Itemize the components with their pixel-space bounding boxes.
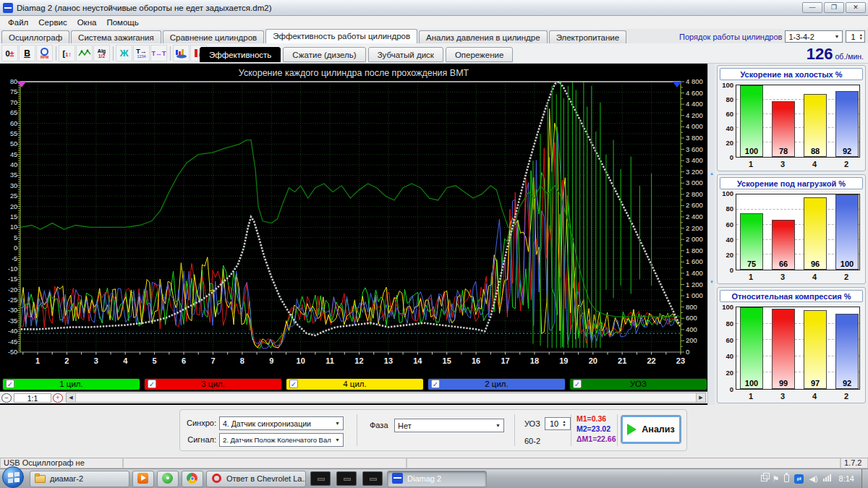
legend-2 цил.[interactable]: ✓2 цил. (427, 378, 566, 390)
legend-1 цил.[interactable]: ✓1 цил. (2, 378, 140, 390)
taskbar-thumbnail[interactable] (336, 471, 357, 486)
taskbar-icon-green-share[interactable] (157, 471, 179, 487)
teeth-label: 60-2 (524, 437, 540, 445)
legend-label: 4 цил. (298, 380, 423, 388)
checkbox-icon[interactable]: ✓ (431, 380, 440, 388)
checkbox-icon[interactable]: ✓ (6, 380, 14, 388)
svg-text:-20: -20 (8, 286, 17, 294)
subtab-Эффективность[interactable]: Эффективность (200, 47, 281, 62)
taskbar-task-диамаг-2[interactable]: диамаг-2 (30, 471, 129, 487)
legend-УОЗ[interactable]: ✓УОЗ (569, 378, 707, 390)
subtab-Опережение[interactable]: Опережение (446, 47, 514, 62)
y-axis-label: 40 (720, 124, 733, 132)
firing-order-combo[interactable]: 1-3-4-2▼ (785, 30, 843, 43)
flag-icon[interactable]: ⚑ (773, 474, 780, 484)
checkbox-icon[interactable]: ✓ (289, 380, 298, 388)
sync-spider-icon[interactable]: Ж (116, 45, 132, 61)
start-button[interactable] (2, 466, 24, 488)
media-player-icon (137, 473, 149, 484)
tab-Анализ давления в цилиндре[interactable]: Анализ давления в цилиндре (419, 30, 548, 43)
measurement-0: M1=0.36 (576, 414, 606, 423)
svg-text:22: 22 (647, 356, 655, 365)
zero-offset-icon[interactable]: 0± (1, 45, 18, 61)
timeline-1234-icon[interactable]: T→1234 (133, 45, 150, 61)
cylinder-bars-icon[interactable] (173, 45, 190, 61)
toolbar: 0±BRPM[1↕Alg1/2ЖT→1234T↔T10 Эффективност… (0, 43, 868, 64)
subtab-Зубчатый диск[interactable]: Зубчатый диск (368, 47, 443, 62)
svg-text:19: 19 (559, 356, 568, 365)
scroll-down-icon[interactable]: ▼ (710, 281, 713, 284)
battery-icon[interactable] (784, 474, 789, 484)
panel-title-button[interactable]: Ускорение на холостых % (720, 68, 863, 80)
divider (571, 414, 571, 446)
sync-combo[interactable]: 4. Датчик синхронизации▼ (219, 416, 344, 430)
tab-Эффективность работы цилиндров[interactable]: Эффективность работы цилиндров (265, 29, 417, 43)
checkbox-icon[interactable]: ✓ (573, 380, 582, 388)
uoz-spinner[interactable]: 10▲▼ (545, 417, 571, 430)
maximize-button[interactable]: ❐ (824, 2, 844, 13)
menu-item-Окна[interactable]: Окна (72, 17, 102, 27)
signal-controls-panel: Синхро: 4. Датчик синхронизации▼ Сигнал:… (179, 409, 687, 451)
menu-item-Помощь[interactable]: Помощь (101, 17, 143, 27)
svg-text:4 400: 4 400 (686, 100, 703, 108)
bar-cyl-1: 100 (740, 307, 763, 389)
waveform-icon[interactable] (76, 45, 93, 61)
taskbar-thumbnail[interactable] (362, 471, 383, 486)
zoom-in-button[interactable]: + (53, 393, 63, 403)
minimize-button[interactable]: — (802, 2, 822, 13)
panel-title-button[interactable]: Относительная компрессия % (720, 290, 863, 302)
svg-text:-15: -15 (8, 275, 17, 283)
taskbar-icon-chrome[interactable] (182, 471, 203, 487)
cylinder-spinner[interactable]: 1▲▼ (846, 30, 865, 43)
svg-text:2 200: 2 200 (686, 224, 703, 232)
volume-icon[interactable]: ◀) (809, 474, 817, 484)
svg-text:5: 5 (153, 356, 157, 365)
taskbar-thumbnail[interactable] (310, 471, 331, 486)
panel-splitter-scrollbar[interactable]: ▲ ▼ (707, 64, 715, 405)
menu-item-Файл[interactable]: Файл (3, 17, 33, 27)
measurement-1: M2=23.02 (576, 424, 610, 433)
bar-value: 96 (804, 260, 826, 268)
bar-cyl-4: 88 (804, 94, 827, 157)
phase-combo[interactable]: Нет▼ (394, 419, 504, 432)
algorithm-half-icon[interactable]: Alg1/2 (93, 45, 110, 61)
svg-text:3 200: 3 200 (686, 168, 703, 176)
taskbar-task-Ответ в Chevrolet La...[interactable]: Ответ в Chevrolet La... (206, 471, 306, 487)
bold-text-icon[interactable]: B (19, 45, 35, 61)
time-markers-icon[interactable]: T↔T (150, 45, 167, 61)
show-desktop-button[interactable] (861, 469, 868, 488)
close-button[interactable]: ✕ (846, 2, 866, 13)
legend-4 цил.[interactable]: ✓4 цил. (286, 378, 424, 390)
y-axis-label: 60 (720, 221, 733, 228)
tab-Сравнение цилиндров[interactable]: Сравнение цилиндров (163, 30, 264, 43)
measure-range-icon[interactable]: [1↕ (59, 45, 75, 61)
taskbar-icon-media-player[interactable] (132, 471, 154, 487)
network-icon[interactable] (823, 474, 831, 483)
subtab-Сжатие (дизель)[interactable]: Сжатие (дизель) (283, 47, 365, 62)
uoz-label: УОЗ (524, 419, 540, 428)
zoom-level: 1:1 (14, 393, 51, 403)
chart-h-scrollbar[interactable]: ◀ ▶ (66, 393, 706, 403)
signal-combo[interactable]: 2. Датчик Полож Коленчатого Вал▼ (219, 433, 344, 447)
rpm-zoom-icon[interactable]: RPM (36, 45, 53, 61)
scroll-left-icon[interactable]: ◀ (67, 393, 76, 402)
bar-value: 88 (804, 147, 826, 155)
teamviewer-icon[interactable]: ⇄ (794, 474, 804, 484)
tab-Система зажигания[interactable]: Система зажигания (71, 30, 161, 43)
svg-text:-5: -5 (12, 255, 17, 262)
panel-title-button[interactable]: Ускорение под нагрузкой % (720, 177, 863, 189)
tab-Электропитание[interactable]: Электропитание (549, 30, 627, 43)
checkbox-icon[interactable]: ✓ (148, 380, 156, 388)
x-axis-label: 4 (803, 392, 826, 401)
scroll-right-icon[interactable]: ▶ (696, 393, 705, 402)
zoom-out-button[interactable]: − (1, 393, 12, 403)
legend-3 цил.[interactable]: ✓3 цил. (144, 378, 282, 390)
acceleration-chart[interactable]: -50-45-40-35-30-25-20-15-10-505101520253… (0, 80, 707, 377)
analyze-button[interactable]: Анализ (621, 415, 681, 444)
menu-item-Сервис[interactable]: Сервис (33, 17, 72, 27)
scroll-up-icon[interactable]: ▲ (710, 172, 713, 176)
taskbar-task-Diamag 2[interactable]: Diamag 2 (387, 471, 487, 487)
app-window-icon[interactable] (761, 475, 767, 483)
tab-Осциллограф[interactable]: Осциллограф (1, 30, 69, 43)
svg-text:55: 55 (10, 130, 17, 137)
